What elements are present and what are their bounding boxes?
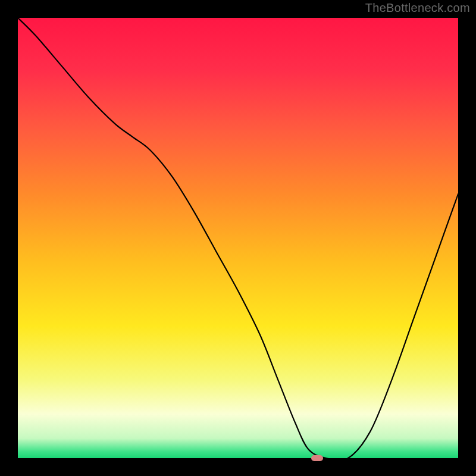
gradient-background bbox=[18, 18, 458, 458]
chart-frame: TheBottleneck.com bbox=[0, 0, 476, 476]
optimal-marker bbox=[311, 455, 323, 461]
watermark-label: TheBottleneck.com bbox=[365, 1, 470, 15]
bottleneck-chart bbox=[18, 18, 458, 458]
plot-area bbox=[18, 18, 458, 458]
